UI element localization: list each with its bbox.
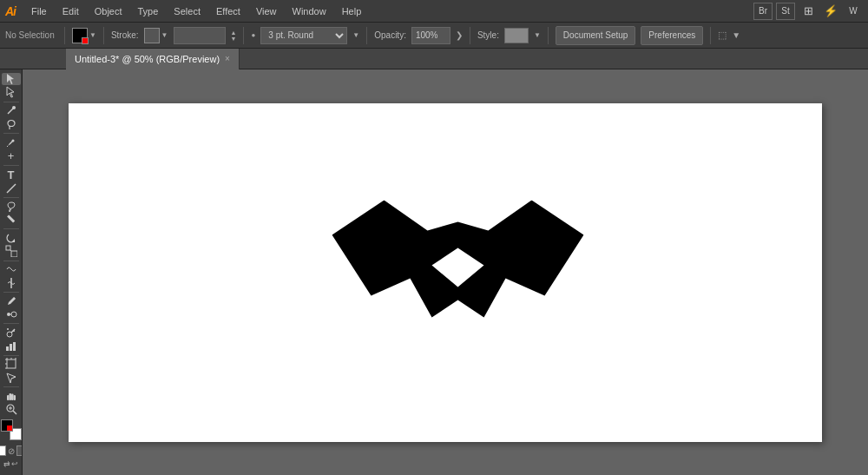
menu-edit[interactable]: Edit xyxy=(56,4,86,18)
bridge-icon-btn[interactable]: Br xyxy=(753,3,773,20)
menu-file[interactable]: File xyxy=(24,4,54,18)
divider-2 xyxy=(103,27,104,44)
tool-add-anchor[interactable]: + xyxy=(2,149,21,162)
menu-bar: Ai File Edit Object Type Select Effect V… xyxy=(0,0,868,23)
workspace-icon-btn[interactable]: W xyxy=(844,3,863,20)
tool-divider-7 xyxy=(3,292,19,293)
tool-blend[interactable] xyxy=(2,308,21,320)
color-indicator-row: ⊘ xyxy=(0,445,23,456)
tool-divider-6 xyxy=(3,261,19,261)
small-stroke-swatch[interactable] xyxy=(0,445,6,456)
stroke-style-select[interactable]: 3 pt. Round xyxy=(260,27,347,44)
tool-divider-3 xyxy=(3,165,19,166)
opacity-expand-btn[interactable]: ❯ xyxy=(456,30,463,40)
fill-color-btn[interactable]: ▼ xyxy=(72,28,96,43)
arrange-chevron: ▼ xyxy=(732,30,740,40)
svg-rect-10 xyxy=(7,214,15,222)
stroke-corner xyxy=(7,426,12,431)
divider-4 xyxy=(366,27,367,44)
tool-pencil[interactable] xyxy=(2,214,21,226)
tool-symbol-spray[interactable] xyxy=(2,327,21,339)
svg-rect-37 xyxy=(9,393,11,400)
tool-divider-10 xyxy=(3,386,19,387)
svg-point-4 xyxy=(8,120,15,126)
menu-object[interactable]: Object xyxy=(88,4,129,18)
selection-label: No Selection xyxy=(5,30,57,40)
grid-icon-btn[interactable]: ⊞ xyxy=(799,3,818,20)
svg-point-22 xyxy=(7,328,9,330)
small-fill-swatch[interactable] xyxy=(16,445,23,456)
default-colors-btn[interactable]: ↩ xyxy=(11,459,18,468)
document-tab[interactable]: Untitled-3* @ 50% (RGB/Preview) × xyxy=(66,49,240,69)
dot-indicator: ● xyxy=(251,31,255,39)
arrange-icon-btn[interactable]: ⬚ xyxy=(718,30,727,41)
menu-help[interactable]: Help xyxy=(335,4,369,18)
tool-magic-wand[interactable] xyxy=(2,104,21,116)
svg-rect-12 xyxy=(6,246,10,250)
stock-icon-btn[interactable]: St xyxy=(776,3,795,20)
tool-divider-9 xyxy=(3,355,19,356)
svg-point-7 xyxy=(11,139,14,142)
menu-right-icons: Br St ⊞ ⚡ W xyxy=(753,3,863,20)
svg-marker-0 xyxy=(7,74,14,84)
svg-point-23 xyxy=(13,330,15,332)
tool-hand[interactable] xyxy=(2,389,21,401)
menu-window[interactable]: Window xyxy=(286,4,333,18)
stroke-color-btn[interactable]: ▼ xyxy=(144,28,168,43)
tool-slice[interactable] xyxy=(2,371,21,383)
tool-pen[interactable] xyxy=(2,136,21,148)
opacity-input[interactable] xyxy=(411,27,450,44)
divider-7 xyxy=(710,27,711,44)
divider-6 xyxy=(548,27,549,44)
opacity-label: Opacity: xyxy=(374,30,406,40)
tool-direct-selection[interactable] xyxy=(2,86,21,98)
tool-divider-8 xyxy=(3,323,19,324)
svg-point-17 xyxy=(7,313,10,316)
tool-rotate[interactable] xyxy=(2,232,21,244)
tool-scale[interactable] xyxy=(2,245,21,257)
fg-color-swatch[interactable] xyxy=(1,419,13,432)
tool-column-graph[interactable] xyxy=(2,340,21,352)
svg-marker-1 xyxy=(7,87,14,97)
document-setup-button[interactable]: Document Setup xyxy=(556,26,636,45)
svg-rect-36 xyxy=(7,395,10,400)
menu-effect[interactable]: Effect xyxy=(209,4,247,18)
tool-width[interactable] xyxy=(2,277,21,289)
broadcast-icon-btn[interactable]: ⚡ xyxy=(821,3,840,20)
svg-rect-25 xyxy=(10,344,12,351)
stroke-style-chevron: ▼ xyxy=(352,31,359,39)
stroke-spinner[interactable]: ▲ ▼ xyxy=(231,30,237,42)
style-label: Style: xyxy=(477,30,499,40)
tool-eyedrop[interactable] xyxy=(2,295,21,307)
menu-select[interactable]: Select xyxy=(167,4,207,18)
svg-line-9 xyxy=(7,184,16,193)
tool-paintbrush[interactable] xyxy=(2,201,21,213)
tool-artboard[interactable] xyxy=(2,358,21,370)
svg-rect-26 xyxy=(13,342,16,351)
tab-close-btn[interactable]: × xyxy=(225,54,230,63)
style-swatch[interactable] xyxy=(504,28,529,43)
tool-type[interactable]: T xyxy=(2,168,21,181)
menu-view[interactable]: View xyxy=(249,4,284,18)
svg-line-14 xyxy=(10,250,11,251)
preferences-button[interactable]: Preferences xyxy=(641,26,703,45)
tool-warp[interactable] xyxy=(2,263,21,275)
fg-bg-colors[interactable] xyxy=(1,419,22,440)
svg-rect-39 xyxy=(13,395,16,400)
stroke-input[interactable] xyxy=(174,27,226,44)
svg-point-18 xyxy=(11,312,16,317)
tool-zoom[interactable] xyxy=(2,403,21,415)
stroke-chevron: ▼ xyxy=(161,31,168,39)
tool-divider-1 xyxy=(3,102,19,102)
svg-line-8 xyxy=(7,146,8,147)
tool-lasso[interactable] xyxy=(2,118,21,130)
tool-selection[interactable] xyxy=(2,73,21,85)
shape-container[interactable] xyxy=(332,200,584,345)
app-logo: Ai xyxy=(5,4,16,18)
menu-type[interactable]: Type xyxy=(131,4,166,18)
divider-3 xyxy=(243,27,244,44)
color-controls: ⇄ ↩ xyxy=(3,459,18,468)
none-indicator: ⊘ xyxy=(8,446,15,456)
tool-line[interactable] xyxy=(2,182,21,195)
swap-colors-btn[interactable]: ⇄ xyxy=(3,459,10,468)
